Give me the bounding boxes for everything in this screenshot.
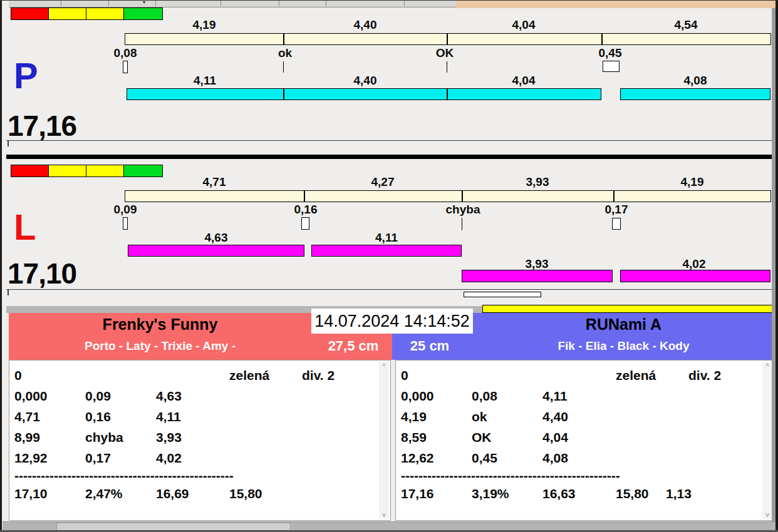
cell-value: 17,16 xyxy=(401,483,472,504)
scroll-down-icon[interactable]: v xyxy=(379,510,389,519)
cell-value: OK xyxy=(472,427,542,448)
cell-value: 15,80 xyxy=(616,483,666,504)
dog-time-label: 4,40 xyxy=(354,74,377,87)
cell-value xyxy=(229,448,302,468)
cell-value: 0,000 xyxy=(14,386,85,406)
cell-value: 16,63 xyxy=(542,483,616,504)
results-text: 0zelenádiv. 20,0000,094,634,710,164,118,… xyxy=(9,365,378,504)
baseline-tick xyxy=(8,290,9,295)
result-row: 0zelenádiv. 2 xyxy=(396,365,761,386)
changeover-tick-box xyxy=(603,61,620,72)
dog-time-label: 4,11 xyxy=(375,232,398,244)
cell-value xyxy=(85,365,156,386)
cell-value: div. 2 xyxy=(302,365,378,386)
cell-value xyxy=(302,448,378,468)
cell-value: 4,40 xyxy=(542,406,616,427)
changeover-label: 0,17 xyxy=(605,203,628,216)
result-row: 0,0000,084,11 xyxy=(396,386,761,406)
scroll-up-icon[interactable]: ^ xyxy=(762,362,772,371)
cell-value: 17,10 xyxy=(14,483,85,504)
separator-row: ----------------------------------------… xyxy=(9,468,259,483)
cell-value: 4,19 xyxy=(401,406,472,427)
cell-value: 12,92 xyxy=(14,448,85,468)
split-time-label: 4,19 xyxy=(681,176,704,188)
vertical-scrollbar[interactable]: ^ v xyxy=(379,362,389,519)
cell-value xyxy=(616,406,688,427)
result-row: 8,99chyba3,93 xyxy=(9,427,378,448)
cell-value: 16,69 xyxy=(156,483,229,504)
changeover-label: OK xyxy=(436,47,454,59)
result-row: 8,59OK4,04 xyxy=(396,427,761,448)
totals-row: 17,102,47%16,6915,80 xyxy=(9,483,378,504)
legend-red-swatch xyxy=(11,8,49,19)
jump-height-label: 25 cm xyxy=(395,338,465,354)
toolbar-strip[interactable]: ▾ xyxy=(9,0,456,8)
cell-value: 4,63 xyxy=(156,386,229,406)
cell-value: 0,09 xyxy=(85,386,156,406)
window-left-border-highlight xyxy=(2,0,3,532)
vertical-scrollbar[interactable]: ^ v xyxy=(762,362,772,519)
toolbar-separator xyxy=(108,1,109,6)
lane-p-total-time: 17,16 xyxy=(8,111,76,140)
bar-divider xyxy=(447,34,448,44)
team-left-results: 0zelenádiv. 20,0000,094,634,710,164,118,… xyxy=(9,360,391,521)
horizontal-scrollbar[interactable] xyxy=(2,521,775,531)
cell-value: 3,93 xyxy=(156,427,229,448)
team-dogs: Fík - Elia - Black - Kody xyxy=(473,339,774,353)
changeover-tick-box xyxy=(123,217,128,230)
dog-time-label: 3,93 xyxy=(526,258,549,270)
cell-value xyxy=(688,406,761,427)
dropdown-arrow-icon[interactable]: ▾ xyxy=(143,0,145,6)
cell-value: 4,08 xyxy=(542,448,616,468)
dog-time-bar xyxy=(462,270,613,282)
result-row: 12,620,454,08 xyxy=(396,448,761,468)
window-top-border xyxy=(0,0,778,1)
bar-divider xyxy=(462,191,463,202)
cell-value: 3,19% xyxy=(472,483,542,504)
changeover-tick-line xyxy=(447,61,447,73)
bar-divider xyxy=(447,89,448,100)
bar-divider xyxy=(283,89,284,100)
cell-value: zelená xyxy=(229,365,302,386)
cell-value: 2,47% xyxy=(85,483,156,504)
changeover-label: 0,09 xyxy=(114,203,137,216)
toolbar-separator xyxy=(61,1,61,6)
lane-divider-bar xyxy=(6,155,775,159)
changeover-label: 0,08 xyxy=(114,47,137,59)
scroll-up-icon[interactable]: ^ xyxy=(379,362,389,371)
lane-baseline xyxy=(6,289,772,290)
changeover-label: 0,16 xyxy=(294,203,318,216)
team-right-results: 0zelenádiv. 20,0000,084,114,19ok4,408,59… xyxy=(395,360,774,521)
cell-value xyxy=(616,386,688,406)
split-time-label: 3,93 xyxy=(526,176,549,188)
highlight-bar xyxy=(482,305,775,313)
cell-value: 4,11 xyxy=(542,386,616,406)
lane-p-label: P xyxy=(14,58,38,94)
cell-value: 8,99 xyxy=(14,427,85,448)
cell-value: 1,13 xyxy=(666,483,761,504)
bar-divider xyxy=(304,191,305,202)
datetime-display: 14.07.2024 14:14:52 xyxy=(311,309,473,334)
team-name: Frenky's Funny xyxy=(9,315,311,334)
cell-value: 4,11 xyxy=(156,406,229,427)
toolbar-separator xyxy=(220,1,221,6)
legend-green-swatch xyxy=(124,165,162,176)
scroll-down-icon[interactable]: v xyxy=(762,510,772,519)
cell-value xyxy=(156,365,229,386)
cell-value: ok xyxy=(472,406,542,427)
cell-value: 0,45 xyxy=(472,448,542,468)
dog-time-label: 4,08 xyxy=(684,74,707,87)
jump-height-label: 27,5 cm xyxy=(318,338,388,354)
split-time-label: 4,71 xyxy=(203,176,226,188)
cell-value xyxy=(302,386,378,406)
result-row: 12,920,174,02 xyxy=(9,448,378,468)
legend-green-swatch xyxy=(124,8,162,19)
changeover-tick-line xyxy=(283,61,284,73)
team-dogs: Porto - Laty - Trixie - Amy - xyxy=(9,339,311,353)
legend-red-swatch xyxy=(11,165,49,176)
cell-value: chyba xyxy=(85,427,156,448)
dog-time-label: 4,02 xyxy=(683,258,706,270)
legend-yellow-swatch xyxy=(49,165,86,176)
cell-value: 4,04 xyxy=(542,427,616,448)
cell-value xyxy=(688,427,761,448)
